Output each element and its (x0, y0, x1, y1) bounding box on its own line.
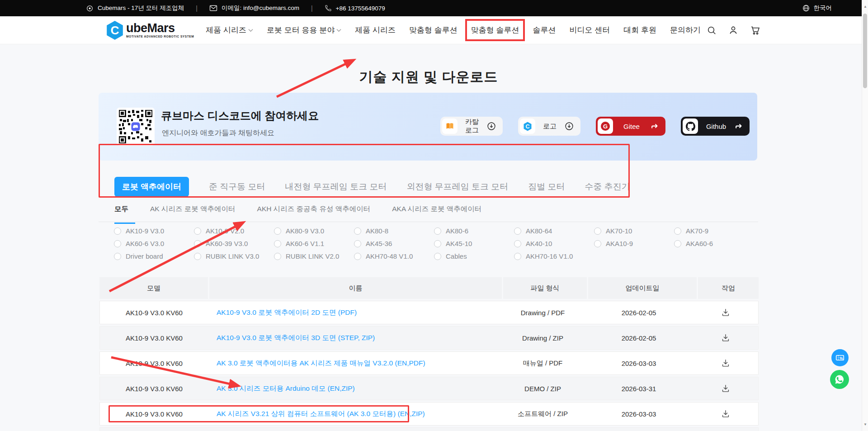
radio-icon[interactable] (434, 227, 441, 235)
radio-icon[interactable] (114, 253, 121, 260)
nav-item-product-series-2[interactable]: 제품 시리즈 (355, 25, 396, 35)
category-outer-frameless-torque[interactable]: 외전형 무프레임 토크 모터 (406, 181, 508, 193)
cell-file-type: 소프트웨어 / ZIP (501, 410, 585, 418)
radio-icon[interactable] (514, 240, 521, 247)
radio-icon[interactable] (594, 240, 601, 247)
model-radio[interactable]: AK80-6 (434, 227, 514, 235)
nav-item-custom-solution-1[interactable]: 맞춤형 솔루션 (409, 25, 458, 35)
model-radio[interactable]: AK10-9 V3.0 (114, 227, 194, 235)
subtab-all[interactable]: 모두 (114, 204, 128, 217)
model-radio[interactable]: AKA60-6 (674, 240, 754, 247)
search-icon[interactable] (706, 25, 717, 36)
radio-icon[interactable] (514, 227, 521, 235)
download-icon[interactable] (721, 409, 731, 419)
nav-item-contact-us[interactable]: 문의하기 (670, 25, 701, 35)
model-radio[interactable]: AK10-9 V2.0 (194, 227, 274, 235)
subtab-akh-series[interactable]: AKH 시리즈 중공축 유성 액추에이터 (257, 204, 371, 217)
model-radio[interactable]: AKH70-48 V1.0 (354, 252, 434, 260)
subtab-ak-series[interactable]: AK 시리즈 로봇 액추에이터 (150, 204, 236, 217)
model-radio[interactable]: AKH70-16 V1.0 (514, 252, 594, 260)
logo-download-button[interactable]: C 로고 (518, 117, 580, 136)
github-icon (683, 118, 698, 134)
model-radio[interactable]: Driver board (114, 252, 194, 260)
model-radio[interactable]: AK60-6 V1.1 (274, 240, 354, 247)
model-radio[interactable]: AK40-10 (514, 240, 594, 247)
radio-icon[interactable] (274, 227, 281, 235)
model-radio[interactable]: AK80-8 (354, 227, 434, 235)
whatsapp-float-button[interactable] (830, 370, 849, 389)
model-radio[interactable]: AK70-9 (674, 227, 754, 235)
nav-item-product-series-1[interactable]: 제품 시리즈 (206, 25, 253, 35)
download-icon[interactable] (721, 358, 731, 368)
scroll-up-icon[interactable]: ▲ (862, 5, 868, 9)
scrollbar[interactable]: ▲ ▼ (862, 0, 868, 431)
file-link[interactable]: AK10-9 V3.0 로봇 액추에이터 2D 도면 (PDF) (217, 308, 357, 317)
nav-item-competition-sponsorship[interactable]: 대회 후원 (623, 25, 656, 35)
model-radio[interactable]: AK70-10 (594, 227, 674, 235)
model-radio[interactable]: AK80-64 (514, 227, 594, 235)
radio-icon[interactable] (114, 227, 121, 235)
topbar-email[interactable]: 이메일: info@cubemars.com (209, 4, 299, 12)
radio-icon[interactable] (354, 227, 361, 235)
radio-icon[interactable] (274, 253, 281, 260)
file-link[interactable]: AK 시리즈 V3.21 상위 컴퓨터 소프트웨어 (AK 3.0 모터용) (… (217, 409, 425, 419)
book-icon (442, 118, 458, 134)
page-title: 기술 지원 및 다운로드 (0, 68, 857, 86)
model-radio[interactable]: AK45-10 (434, 240, 514, 247)
table-row: AK10-9 V3.0 KV60 AK10-9 V3.0 로봇 액추에이터 3D… (99, 326, 759, 350)
coupon-icon: % (835, 352, 845, 363)
radio-icon[interactable] (674, 227, 681, 235)
mail-icon (209, 5, 217, 12)
radio-icon[interactable] (434, 240, 441, 247)
model-radio[interactable]: AK80-9 V3.0 (274, 227, 354, 235)
category-inner-frameless-torque[interactable]: 내전형 무프레임 토크 모터 (285, 181, 387, 193)
cubemars-c-icon: C (520, 118, 535, 134)
coupon-float-button[interactable]: % (831, 349, 849, 366)
category-robot-actuator-active[interactable]: 로봇 액추에이터 (114, 177, 189, 197)
model-radio[interactable]: AK60-39 V3.0 (194, 240, 274, 247)
model-radio[interactable]: AKA10-9 (594, 240, 674, 247)
radio-icon[interactable] (194, 227, 201, 235)
gitee-button[interactable]: G Gitee (596, 117, 665, 136)
file-link[interactable]: AK 3.0 시리즈 모터용 Arduino 데모 (EN,ZIP) (217, 384, 355, 393)
cubemars-logo[interactable]: C ubeMars MOTIVATE ADVANCED ROBOTIC SYST… (105, 20, 194, 40)
model-radio[interactable]: AK60-6 V3.0 (114, 240, 194, 247)
download-icon[interactable] (721, 384, 731, 393)
scroll-down-icon[interactable]: ▼ (862, 422, 868, 426)
language-selector[interactable]: 한국어 (802, 4, 832, 12)
topbar-phone[interactable]: +86 13755649079 (325, 5, 385, 12)
radio-icon[interactable] (594, 227, 601, 235)
user-icon[interactable] (728, 25, 739, 36)
radio-icon[interactable] (514, 253, 521, 260)
category-underwater-thruster[interactable]: 수중 추진기 (585, 181, 630, 193)
catalog-download-button[interactable]: 카탈로그 (440, 117, 503, 136)
nav-item-custom-solution-2-annotated[interactable]: 맞춤형 솔루션 (471, 25, 519, 35)
file-link[interactable]: AK10-9 V3.0 로봇 액추에이터 3D 도면 (STEP, ZIP) (217, 333, 375, 343)
radio-icon[interactable] (354, 240, 361, 247)
model-radio[interactable]: RUBIK LINK V2.0 (274, 252, 354, 260)
radio-icon[interactable] (114, 240, 121, 247)
model-radio[interactable]: RUBIK LINK V3.0 (194, 252, 274, 260)
subtab-aka-series[interactable]: AKA 시리즈 로봇 액추에이터 (392, 204, 481, 217)
gitee-icon: G (598, 118, 613, 134)
radio-icon[interactable] (194, 240, 201, 247)
table-row: AK10-9 V3.0 KV60 AK10-9 V3.0 로봇 액추에이터 2D… (99, 301, 759, 324)
nav-item-video-center[interactable]: 비디오 센터 (569, 25, 610, 35)
scrollbar-thumb[interactable] (863, 14, 867, 88)
file-link[interactable]: AK 3.0 로봇 액추에이터용 AK 시리즈 제품 매뉴얼 V3.2.0 (E… (217, 359, 425, 368)
model-radio[interactable]: Cables (434, 252, 514, 260)
radio-icon[interactable] (194, 253, 201, 260)
radio-icon[interactable] (354, 253, 361, 260)
category-gimbal-motor[interactable]: 짐벌 모터 (528, 181, 565, 193)
download-icon[interactable] (721, 308, 731, 317)
radio-icon[interactable] (274, 240, 281, 247)
radio-icon[interactable] (674, 240, 681, 247)
download-icon[interactable] (721, 333, 731, 343)
category-quasi-direct-drive[interactable]: 준 직구동 모터 (209, 181, 265, 193)
model-radio[interactable]: AK45-36 (354, 240, 434, 247)
github-button[interactable]: Github (681, 117, 750, 136)
nav-item-solution[interactable]: 솔루션 (533, 25, 556, 35)
cart-icon[interactable] (750, 25, 761, 36)
radio-icon[interactable] (434, 253, 441, 260)
nav-item-robot-motor-applications[interactable]: 로봇 모터 응용 분야 (267, 25, 341, 35)
